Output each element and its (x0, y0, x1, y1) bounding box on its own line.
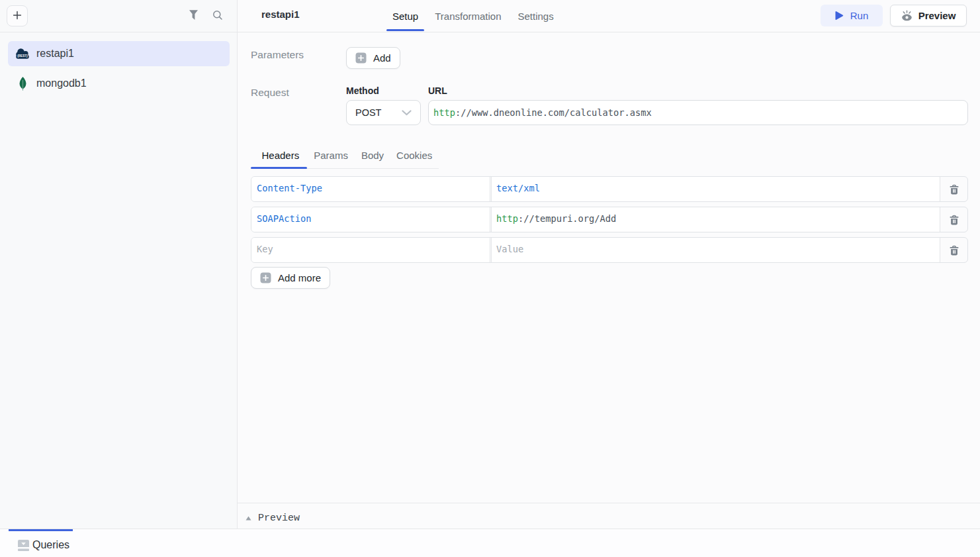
header-value-field[interactable]: Value (491, 238, 940, 262)
preview-button[interactable]: Preview (890, 5, 967, 26)
plus-square-icon (260, 272, 271, 283)
plus-square-icon (355, 52, 367, 64)
add-query-button[interactable] (7, 5, 28, 26)
sidebar-toolbar (0, 0, 237, 32)
request-section: Request Method POST URL (251, 86, 968, 125)
url-input[interactable]: http://www.dneonline.com/calculator.asmx (428, 100, 968, 125)
header-actions: Run Preview (821, 5, 967, 26)
query-item-label: mongodb1 (36, 77, 87, 89)
eye-icon (901, 10, 913, 21)
delete-header-button[interactable] (940, 207, 967, 232)
plus-icon (12, 10, 22, 23)
subtab-body[interactable]: Body (356, 150, 392, 168)
search-queries-button[interactable] (212, 10, 223, 23)
mongodb-icon (16, 77, 29, 91)
preview-toggle-label: Preview (258, 513, 300, 524)
app: {REST} restapi1 mongodb1 (0, 0, 980, 557)
filter-icon (189, 9, 199, 23)
run-button[interactable]: Run (821, 5, 883, 26)
tab-transformation[interactable]: Transformation (429, 0, 507, 32)
subtab-params[interactable]: Params (307, 150, 356, 168)
url-rest: ://www.dneonline.com/calculator.asmx (455, 107, 652, 118)
tab-setup[interactable]: Setup (386, 0, 424, 32)
method-select[interactable]: POST (346, 100, 421, 125)
header-key-placeholder: Key (257, 244, 273, 254)
header-key-text: SOAPAction (257, 213, 311, 224)
add-more-wrap: Add more (251, 267, 968, 289)
header-value-field[interactable]: text/xml (491, 177, 940, 201)
rest-api-icon: {REST} (16, 48, 29, 59)
header-row: SOAPAction http://tempuri.org/Add (251, 207, 968, 232)
query-list: {REST} restapi1 mongodb1 (0, 32, 237, 101)
request-label: Request (251, 86, 346, 99)
headers-rows: Content-Type text/xml (251, 176, 968, 268)
add-parameter-label: Add (373, 52, 391, 64)
chevron-down-icon (402, 110, 412, 116)
trash-icon (950, 215, 959, 225)
bottom-panel-bar: Queries (0, 529, 980, 557)
add-more-label: Add more (278, 272, 321, 283)
header-row: Key Value (251, 237, 968, 263)
add-parameter-button[interactable]: Add (346, 47, 400, 69)
header-value-text: text/xml (496, 183, 540, 193)
query-editor-main: restapi1 Setup Transformation Settings R… (238, 0, 980, 529)
preview-button-label: Preview (918, 10, 956, 21)
header-value-scheme: http (496, 213, 518, 224)
trash-icon (950, 245, 959, 256)
query-item-label: restapi1 (36, 48, 74, 60)
header-value-placeholder: Value (496, 244, 523, 254)
subtab-headers[interactable]: Headers (251, 150, 307, 168)
search-icon (212, 10, 223, 23)
svg-text:{REST}: {REST} (17, 54, 28, 58)
query-list-item-mongodb1[interactable]: mongodb1 (8, 71, 230, 96)
request-subtabs: Headers Params Body Cookies (251, 150, 439, 169)
url-column: URL http://www.dneonline.com/calculator.… (428, 86, 968, 125)
add-more-button[interactable]: Add more (251, 267, 330, 289)
method-value: POST (355, 107, 381, 118)
method-label: Method (346, 86, 421, 96)
tab-settings[interactable]: Settings (512, 0, 560, 32)
parameters-label: Parameters (251, 47, 346, 61)
request-fields: Method POST URL http://www.dne (346, 86, 968, 125)
query-list-item-restapi1[interactable]: {REST} restapi1 (8, 41, 230, 66)
url-scheme: http (433, 107, 455, 118)
filter-queries-button[interactable] (189, 9, 199, 23)
header-row: Content-Type text/xml (251, 176, 968, 202)
query-title: restapi1 (261, 9, 300, 20)
header-value-field[interactable]: http://tempuri.org/Add (491, 207, 940, 232)
parameters-section: Parameters Add (251, 47, 968, 69)
delete-header-button[interactable] (940, 177, 967, 201)
url-label: URL (428, 86, 968, 96)
header-value-rest: ://tempuri.org/Add (518, 213, 616, 224)
header-key-field[interactable]: Key (251, 238, 490, 262)
queries-tab-indicator (9, 529, 73, 531)
triangle-up-icon (245, 516, 251, 521)
delete-header-button[interactable] (940, 238, 967, 262)
queries-tab-label[interactable]: Queries (32, 539, 69, 551)
header-key-field[interactable]: Content-Type (251, 177, 490, 201)
trash-icon (950, 184, 959, 195)
preview-toggle-bar[interactable]: Preview (238, 503, 980, 529)
setup-panel: Parameters Add Request Method (238, 32, 980, 503)
play-icon (835, 11, 844, 21)
workspace: {REST} restapi1 mongodb1 (0, 0, 980, 529)
query-editor-header: restapi1 Setup Transformation Settings R… (238, 0, 980, 32)
header-key-field[interactable]: SOAPAction (251, 207, 490, 232)
header-key-text: Content-Type (257, 183, 322, 193)
run-button-label: Run (850, 10, 869, 21)
editor-tabs: Setup Transformation Settings (386, 0, 564, 32)
subtab-cookies[interactable]: Cookies (392, 150, 439, 168)
query-sidebar: {REST} restapi1 mongodb1 (0, 0, 238, 529)
method-column: Method POST (346, 86, 421, 125)
queries-panel-icon (18, 540, 29, 551)
